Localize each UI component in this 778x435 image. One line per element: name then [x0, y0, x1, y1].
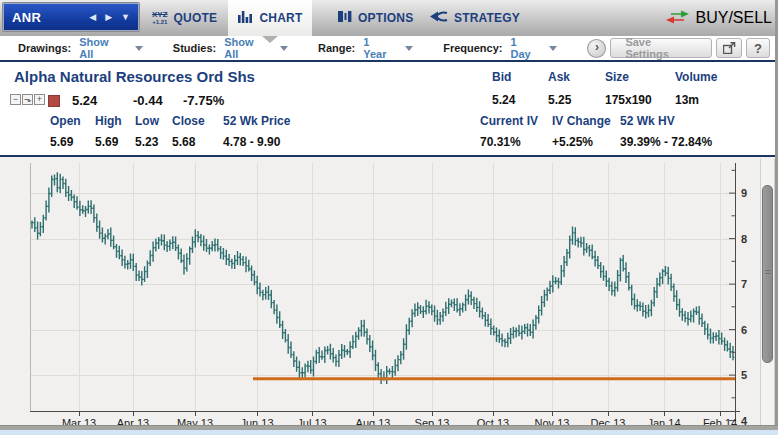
range-dropdown[interactable]: Range: 1 Year [318, 36, 413, 60]
price-chart-svg[interactable]: 456789Mar 13Apr 13May 13Jun 13Jul 13Aug … [0, 157, 760, 429]
buy-sell-button[interactable]: BUY/SELL [665, 0, 772, 36]
popout-icon [723, 42, 736, 54]
collapse-panel-button[interactable]: › [587, 39, 606, 58]
series-color-swatch[interactable] [48, 95, 60, 107]
popout-window-button[interactable] [716, 38, 742, 58]
y-tick-label: 7 [741, 278, 747, 290]
frequency-label: Frequency: [443, 42, 502, 54]
symbol-selector[interactable]: ANR ◀ ▶ ▼ [3, 3, 139, 31]
options-tab-icon [338, 9, 352, 27]
range-value: 1 Year [363, 36, 395, 60]
add-comparison-icon[interactable]: + [34, 94, 45, 105]
tab-quote-label: QUOTE [174, 11, 218, 25]
strategy-tab-icon [430, 9, 448, 27]
help-button[interactable]: ? [746, 38, 770, 58]
symbol-dropdown-icon[interactable]: ▼ [121, 13, 130, 22]
tab-quote[interactable]: XYZ +1.21 QUOTE [152, 0, 217, 36]
last-price: 5.24 [72, 93, 97, 108]
bid-ask-values: 5.245.25 175x19013m [492, 93, 735, 107]
chevron-down-icon [549, 46, 557, 51]
chevron-down-icon [405, 46, 413, 51]
instrument-title: Alpha Natural Resources Ord Shs [14, 68, 255, 85]
price-change: -0.44 [133, 93, 163, 108]
buy-sell-arrows-icon [665, 9, 690, 28]
tab-options[interactable]: OPTIONS [338, 0, 413, 36]
iv-values: 70.31%+5.25% 39.39% - 72.84% [480, 135, 750, 149]
ohlc-bars [31, 172, 735, 384]
chart-toolbar: Drawings: Show All Studies: Show All Ran… [0, 36, 778, 62]
scrollbar-thumb[interactable] [762, 185, 773, 363]
chevron-down-icon [135, 46, 143, 51]
buy-sell-label: BUY/SELL [696, 9, 772, 27]
symbol-label: ANR [12, 10, 41, 25]
axis-ticks [80, 170, 736, 420]
symbol-prev-icon[interactable]: ◀ [89, 13, 96, 22]
expand-chart-icon[interactable]: ⬎ [22, 94, 33, 105]
y-tick-label: 9 [741, 187, 747, 199]
y-tick-label: 6 [741, 324, 747, 336]
studies-label: Studies: [173, 42, 216, 54]
tab-strategy[interactable]: STRATEGY [430, 0, 520, 36]
ohlc-headers: OpenHigh LowClose 52 Wk Price [50, 114, 333, 128]
tab-chart-label: CHART [260, 11, 303, 25]
quote-tab-icon: XYZ +1.21 [152, 11, 168, 25]
y-tick-label: 5 [741, 369, 747, 381]
drawings-dropdown[interactable]: Drawings: Show All [18, 36, 143, 60]
collapse-box-icon[interactable]: − [10, 94, 21, 105]
chart-tab-icon [238, 9, 254, 27]
frequency-value: 1 Day [510, 36, 539, 60]
iv-headers: Current IVIV Change 52 Wk HV [480, 114, 750, 128]
drawings-value: Show All [79, 36, 125, 60]
tab-options-label: OPTIONS [358, 11, 413, 25]
bid-ask-headers: BidAsk SizeVolume [492, 70, 735, 84]
y-tick-label: 8 [741, 233, 747, 245]
vertical-scrollbar[interactable] [760, 159, 775, 425]
chevron-down-icon [280, 46, 288, 51]
chart-region: 456789Mar 13Apr 13May 13Jun 13Jul 13Aug … [0, 157, 778, 435]
active-tab-notch [262, 36, 278, 43]
window-bottom-edge [0, 425, 778, 435]
frequency-dropdown[interactable]: Frequency: 1 Day [443, 36, 557, 60]
quote-panel: Alpha Natural Resources Ord Shs − ⬎ + 5.… [0, 64, 778, 157]
price-change-percent: -7.75% [183, 93, 224, 108]
range-label: Range: [318, 42, 355, 54]
ohlc-values: 5.695.69 5.235.68 4.78 - 9.90 [50, 135, 333, 149]
trading-app-window: ANR ◀ ▶ ▼ XYZ +1.21 QUOTE [0, 0, 778, 435]
tab-bar: ANR ◀ ▶ ▼ XYZ +1.21 QUOTE [0, 0, 778, 37]
save-settings-button[interactable]: Save Settings [610, 38, 712, 58]
tab-strategy-label: STRATEGY [454, 11, 520, 25]
symbol-next-icon[interactable]: ▶ [105, 13, 112, 22]
tab-chart[interactable]: CHART [228, 0, 312, 36]
drawings-label: Drawings: [18, 42, 71, 54]
